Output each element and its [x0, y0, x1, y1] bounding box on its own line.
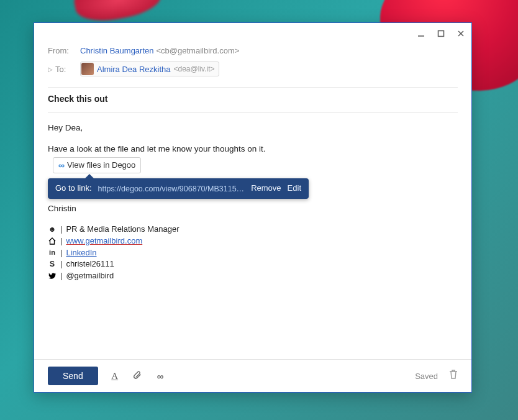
from-row: From: Christin Baumgarten <cb@getmailbir…	[48, 44, 458, 57]
signature-linkedin-link[interactable]: LinkedIn	[66, 247, 96, 259]
link-tooltip: Go to link: https://degoo.com/view/90687…	[48, 178, 309, 199]
avatar	[81, 63, 94, 75]
signature-skype: christel26111	[66, 258, 114, 270]
to-label: To:	[55, 65, 80, 74]
person-icon: ☻	[48, 224, 57, 235]
from-email: <cb@getmailbird.com>	[157, 46, 240, 55]
signature-twitter: @getmailbird	[66, 270, 114, 282]
tooltip-label: Go to link:	[55, 183, 92, 194]
message-body[interactable]: Hey Dea, Have a look at the file and let…	[34, 113, 471, 359]
body-signoff: Christin	[48, 203, 458, 215]
minimize-button[interactable]	[417, 29, 425, 38]
window-titlebar	[34, 23, 471, 44]
degoo-view-button[interactable]: ∞ View files in Degoo	[53, 157, 141, 173]
twitter-icon	[48, 273, 57, 280]
close-button[interactable]	[457, 29, 465, 38]
degoo-icon: ∞	[58, 159, 63, 171]
saved-status: Saved	[415, 372, 438, 381]
send-button[interactable]: Send	[48, 367, 98, 385]
tooltip-remove[interactable]: Remove	[251, 183, 281, 194]
from-name[interactable]: Christin Baumgarten	[80, 46, 154, 55]
maximize-button[interactable]	[437, 29, 445, 38]
tooltip-url[interactable]: https://degoo.com/view/906870/MB31154166…	[98, 183, 245, 194]
recipient-name: Almira Dea Rezkitha	[97, 65, 171, 74]
link-icon[interactable]: ∞	[154, 371, 165, 381]
signature-website-link[interactable]: www.getmailbird.com	[66, 235, 142, 247]
to-row: ▷ To: Almira Dea Rezkitha <dea@liv.it>	[48, 60, 458, 78]
subject-field[interactable]: Check this out	[34, 88, 471, 109]
skype-icon: S	[48, 259, 57, 270]
compose-footer: Send A ∞ Saved	[34, 359, 471, 392]
from-label: From:	[48, 46, 80, 55]
body-line: Have a look at the file and let me know …	[48, 143, 458, 155]
signature-block: ☻ | PR & Media Relations Manager | www.g…	[48, 224, 458, 282]
svg-rect-1	[438, 31, 444, 37]
attach-icon[interactable]	[132, 370, 143, 382]
recipient-chip[interactable]: Almira Dea Rezkitha <dea@liv.it>	[80, 62, 219, 76]
discard-button[interactable]	[449, 370, 458, 382]
tooltip-edit[interactable]: Edit	[288, 183, 301, 194]
recipient-email: <dea@liv.it>	[174, 65, 215, 73]
signature-title: PR & Media Relations Manager	[66, 224, 179, 235]
format-text-icon[interactable]: A	[109, 371, 120, 381]
linkedin-icon: in	[48, 248, 57, 258]
compose-window: From: Christin Baumgarten <cb@getmailbir…	[34, 22, 472, 393]
degoo-button-label: View files in Degoo	[67, 160, 135, 171]
body-greeting: Hey Dea,	[48, 122, 458, 134]
expand-recipients-icon[interactable]: ▷	[48, 66, 54, 73]
home-icon	[48, 237, 57, 245]
message-header: From: Christin Baumgarten <cb@getmailbir…	[34, 44, 471, 83]
